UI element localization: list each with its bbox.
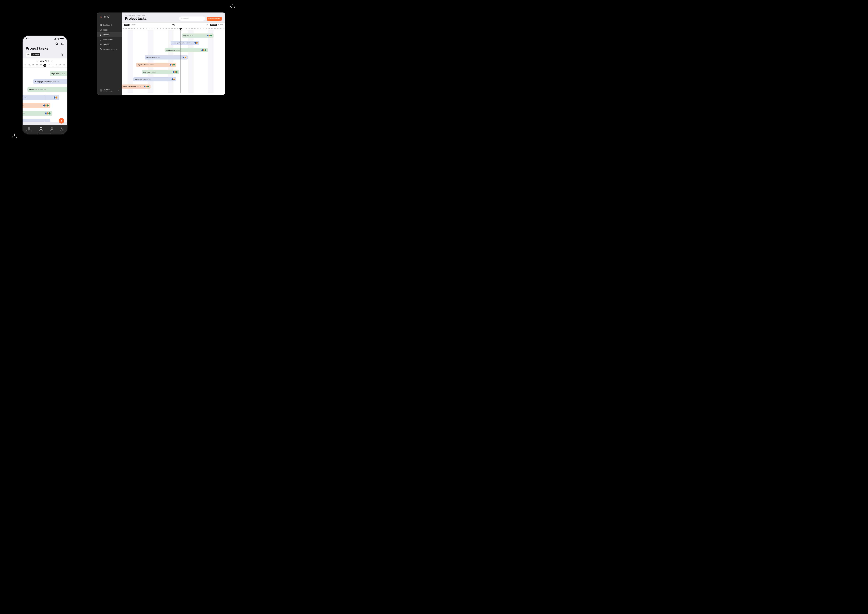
task-bar[interactable]: IOS shortcutsID LG-6 [28,87,67,92]
now-line [180,30,181,93]
brand: Toolify [97,12,122,21]
day-20[interactable]: 20 [191,27,194,30]
svg-point-40 [101,44,101,45]
search-icon[interactable] [55,42,58,45]
day-3[interactable]: 3 [142,27,145,30]
filter-button[interactable]: Filter [218,24,223,25]
mobile-device: 9:41 Project tasks list timeline July 20… [23,36,67,134]
day-18[interactable]: 18 [51,64,54,67]
nav-notifications[interactable]: Notifications [97,37,122,42]
day-4[interactable]: 4 [145,27,148,30]
create-project-button[interactable]: Create new project [207,17,222,21]
day-21[interactable]: 21 [62,64,66,67]
day-6[interactable]: 6 [151,27,154,30]
day-17[interactable]: 17 [182,27,185,30]
tabbar-projects[interactable]: Projects [39,127,43,132]
day-16[interactable]: 16 [179,27,182,30]
day-28[interactable]: 28 [127,27,130,30]
task-bar[interactable]: Homepage illustrationsID LG-3 [33,79,67,84]
date-nav: July 2022 [23,58,67,63]
task-bar[interactable]: IOS shortcutsID LG-6 [165,48,208,52]
tab-timeline[interactable]: timeline [31,53,40,56]
task-bar[interactable]: Laptop screen blinksID LG-0 [122,84,151,88]
task-bar[interactable]: Logo appID LG-1 [182,34,214,38]
chevron-left-icon[interactable] [37,60,39,62]
day-20[interactable]: 20 [59,64,62,67]
day-23[interactable]: 23 [199,27,202,30]
day-16[interactable]: 16 [43,64,47,67]
nav-customer-support[interactable]: Customer support [97,47,122,52]
day-2[interactable]: 2 [139,27,142,30]
task-bar[interactable]: Logo designID LG-5 [142,70,179,74]
brand-logo-icon [99,16,102,18]
day-25[interactable]: 25 [205,27,208,30]
day-27[interactable]: 27 [211,27,214,30]
day-27[interactable]: 27 [125,27,128,30]
svg-rect-33 [101,24,102,25]
day-24[interactable]: 24 [202,27,205,30]
task-bar[interactable]: tsID LG-7 [23,119,50,122]
day-22[interactable]: 22 [196,27,199,30]
timeline-body[interactable]: Logo appID LG-1Homepage illustrationsID … [23,68,67,122]
day-30[interactable]: 30 [219,27,222,30]
tabbar-dashboard[interactable]: Dashboard [26,127,32,132]
day-11[interactable]: 11 [165,27,168,30]
day-26[interactable]: 26 [122,27,125,30]
day-13[interactable]: 13 [171,27,174,30]
day-11[interactable]: 11 [23,64,27,67]
day-17[interactable]: 17 [47,64,50,67]
tab-list[interactable]: list [26,53,31,56]
day-29[interactable]: 29 [130,27,134,30]
user-card[interactable]: James R Product manager ⌄ [97,87,122,95]
task-bar[interactable]: Reports animationID LG-4 [136,63,176,67]
range-select[interactable]: month ⌄ [130,23,138,26]
day-28[interactable]: 28 [214,27,216,30]
day-14[interactable]: 14 [35,64,39,67]
wifi-icon [57,38,60,40]
day-5[interactable]: 5 [148,27,151,30]
nav-projects[interactable]: Projects [97,32,122,37]
nav-dashboard[interactable]: Dashboard [97,23,122,28]
day-29[interactable]: 29 [216,27,219,30]
day-26[interactable]: 26 [208,27,211,30]
view-list[interactable]: list [205,23,209,26]
task-bar[interactable]: ationID LG-4 [23,103,50,108]
user-name: James R [104,88,113,90]
tabbar-profile[interactable]: Profile [60,127,64,132]
day-12[interactable]: 12 [28,64,31,67]
day-19[interactable]: 19 [55,64,58,67]
search-input[interactable]: Search [179,17,205,21]
day-10[interactable]: 10 [162,27,165,30]
day-30[interactable]: 30 [134,27,136,30]
day-31[interactable]: 31 [222,27,225,30]
timeline-body[interactable]: Logo appID LG-1Homepage illustrationsID … [122,30,225,93]
task-bar[interactable]: Homepage illustrationsID LG-3 [171,41,199,45]
today-button[interactable]: today [124,23,129,26]
task-bar[interactable]: Android shortcutsID LG-7 [134,77,176,81]
day-13[interactable]: 13 [31,64,35,67]
nav-settings[interactable]: Settings [97,42,122,47]
chevron-right-icon[interactable] [51,60,53,62]
task-bar[interactable]: Logo appID LG-1 [50,71,67,76]
task-bar[interactable]: pageID LG-2 [23,95,59,100]
day-7[interactable]: 7 [154,27,157,30]
day-15[interactable]: 15 [39,64,43,67]
task-bar[interactable]: Landing pageID LG-2 [145,55,188,59]
day-21[interactable]: 21 [194,27,197,30]
day-19[interactable]: 19 [188,27,191,30]
tabbar-tasks[interactable]: Tasks [50,127,53,132]
svg-line-29 [101,17,102,17]
nav-tasks[interactable]: Tasks [97,28,122,32]
day-14[interactable]: 14 [174,27,176,30]
day-9[interactable]: 9 [159,27,162,30]
task-bar[interactable]: designID LG-5 [23,111,52,116]
filter-icon[interactable] [61,53,64,56]
day-8[interactable]: 8 [156,27,159,30]
day-18[interactable]: 18 [185,27,188,30]
day-1[interactable]: 1 [136,27,139,30]
add-button[interactable]: + [59,118,64,124]
day-15[interactable]: 15 [176,27,179,30]
day-12[interactable]: 12 [168,27,171,30]
bell-icon[interactable] [61,42,64,45]
view-timeline[interactable]: timeline [210,23,217,26]
